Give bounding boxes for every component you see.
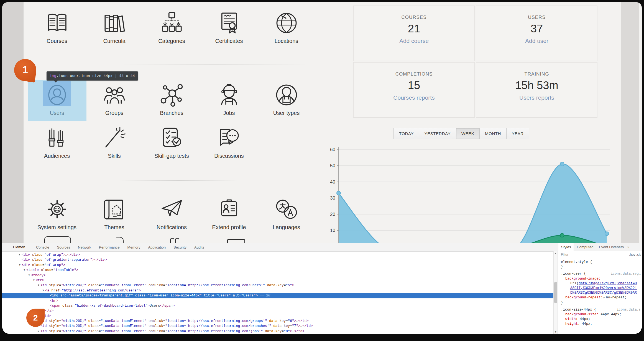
scroll-up-icon[interactable]: ▲ [554, 252, 558, 255]
devtools-code-line[interactable]: ▼<div class="ef-wrap"> [2, 263, 553, 268]
filter-button-yesterday[interactable]: YESTERDAY [419, 128, 456, 139]
devtools-code-line[interactable]: ▶<td style="width:20%;" class="iconData … [2, 319, 553, 324]
devtools-tab-performance[interactable]: Performance [95, 243, 123, 251]
tooltip-classes: .icon-user.icon-size-44px [56, 74, 113, 78]
devtools-code-line[interactable]: ▶<td style="width:20%;" class="iconData … [2, 329, 553, 334]
grid-item-themes[interactable]: Themes [86, 195, 143, 231]
tree-closed-arrow-icon[interactable]: ▶ [18, 252, 22, 257]
grid-item-skill-gap-tests[interactable]: Skill-gap tests [143, 124, 200, 159]
devtools-code-line[interactable]: </td> [2, 314, 553, 319]
code-token: = [99, 324, 101, 328]
grid-item-curricula[interactable]: Curricula [86, 9, 143, 44]
css-value[interactable]: 44px; [582, 322, 592, 326]
page-scrollbar[interactable] [621, 2, 639, 243]
devtools-code-line[interactable]: ▼<table class="iconTable"> [2, 268, 553, 273]
devtools-code-line[interactable]: ▼<a href="http://ssc.efrontlearning.com/… [2, 288, 553, 293]
devtools-code-line[interactable]: <img src="assets/images/transparent.gif"… [2, 293, 553, 298]
css-property[interactable]: background-image: [565, 277, 601, 281]
tree-open-arrow-icon[interactable]: ▼ [22, 268, 26, 273]
brace: } [561, 301, 563, 305]
css-selector[interactable]: .icon-size-44px [561, 308, 592, 312]
css-selector[interactable]: element.style [561, 260, 588, 264]
devtools-tab-network[interactable]: Network [74, 243, 95, 251]
stat-link[interactable]: Add course [399, 38, 429, 44]
devtools-tab-security[interactable]: Security [170, 243, 190, 251]
css-url-link[interactable]: data:image/svg+xml;charset=U [579, 281, 637, 285]
css-property[interactable]: background-repeat: [565, 296, 603, 299]
tree-open-arrow-icon[interactable]: ▼ [32, 278, 36, 283]
css-selector[interactable]: .icon-user [561, 272, 582, 276]
grid-item-certificates[interactable]: Certificates [200, 9, 258, 44]
tree-open-arrow-icon[interactable]: ▼ [37, 283, 40, 288]
filter-button-week[interactable]: WEEK [456, 128, 480, 139]
grid-item-system-settings[interactable]: System settings [28, 195, 86, 231]
code-token: "Users" [216, 294, 231, 298]
css-property[interactable]: height: [565, 322, 580, 326]
tree-closed-arrow-icon[interactable]: ▶ [37, 329, 40, 334]
devtools-tab-console[interactable]: Console [32, 243, 53, 251]
styles-pane-tab-styles[interactable]: Styles [558, 243, 574, 251]
stat-value: 21 [408, 22, 420, 35]
devtools-code-line[interactable]: <span class="hidden-xs ef-dashboard-icon… [2, 303, 553, 308]
code-token: "hidden-xs ef-dashboard-icon-label" [75, 304, 148, 308]
more-tabs-icon[interactable]: » [627, 245, 629, 249]
devtools-code-line[interactable]: ▶<td style="width:20%;" class="iconData … [2, 324, 553, 329]
grid-item-discussions[interactable]: Discussions [200, 124, 258, 159]
css-url-link[interactable]: ASCII,%3C%3Fxml%20version%3D%221 [570, 286, 637, 290]
devtools-code-line[interactable]: <div class="ef-gradient-separator"></div… [2, 257, 553, 262]
devtools-code-line[interactable]: ▶<div class="ef-wrap">…</div> [2, 252, 553, 257]
activity-blue-point [337, 191, 341, 195]
css-property[interactable]: background-size: [565, 312, 599, 316]
grid-item-label: Curricula [86, 38, 143, 44]
grid-item-audiences[interactable]: Audiences [28, 124, 86, 159]
devtools-code-line[interactable]: </a> [2, 308, 553, 313]
grid-item-languages[interactable]: Languages [258, 195, 315, 231]
grid-item-branches[interactable]: Branches [143, 81, 200, 116]
tree-open-arrow-icon[interactable]: ▼ [18, 263, 22, 268]
expand-arrow-icon[interactable]: ▶ [604, 296, 605, 299]
stat-link[interactable]: Add user [525, 38, 548, 44]
scroll-thumb[interactable] [554, 282, 557, 303]
css-source-link[interactable]: icons.data.svg… [611, 272, 641, 276]
devtools-code-line[interactable]: ▼<tr> [2, 278, 553, 283]
devtools-code-line[interactable]: ▼<td style="width:20%;" class="iconData … [2, 283, 553, 288]
devtools-tab-sources[interactable]: Sources [53, 243, 74, 251]
devtools-tab-audits[interactable]: Audits [190, 243, 208, 251]
grid-item-locations[interactable]: Locations [258, 9, 315, 44]
styles-pane-tab-computed[interactable]: Computed [574, 243, 596, 251]
grid-item-user-types[interactable]: User types [258, 81, 315, 116]
filter-button-today[interactable]: TODAY [393, 128, 419, 139]
tree-open-arrow-icon[interactable]: ▼ [41, 288, 45, 293]
filter-button-month[interactable]: MONTH [479, 128, 507, 139]
css-source-link[interactable]: icons.data.s [617, 308, 641, 312]
devtools-code-line[interactable]: <br> [2, 298, 553, 303]
tooltip-divider: | [115, 74, 117, 78]
styles-pane-tab-event-listeners[interactable]: Event Listeners [596, 243, 627, 251]
devtools-code-line[interactable]: ▼<tbody> [2, 273, 553, 278]
grid-item-extend-profile[interactable]: Extend profile [200, 195, 258, 231]
devtools-tab-application[interactable]: Application [144, 243, 170, 251]
css-value[interactable]: no-repeat; [606, 296, 627, 299]
devtools-scrollbar[interactable]: ▲ ▼ [553, 251, 558, 334]
grid-item-notifications[interactable]: Notifications [143, 195, 200, 231]
annotation-marker-2: 2 [26, 309, 45, 327]
css-value[interactable]: 44px 44px; [601, 312, 622, 316]
styles-filter-input[interactable]: Filter [561, 253, 629, 257]
stat-link[interactable]: Users reports [519, 94, 554, 101]
scroll-down-icon[interactable]: ▼ [554, 330, 558, 333]
grid-item-courses[interactable]: Courses [28, 9, 86, 44]
pseudo-class-toggles[interactable]: :hov .cls [629, 253, 641, 257]
devtools-tab-elemen[interactable]: Elemen... [9, 243, 32, 251]
grid-item-skills[interactable]: Skills [86, 124, 143, 159]
css-property[interactable]: width: [565, 317, 578, 321]
filter-button-year[interactable]: YEAR [506, 128, 529, 139]
tooltip-tag: img [50, 74, 56, 78]
css-value[interactable]: 44px; [580, 317, 591, 321]
tree-open-arrow-icon[interactable]: ▼ [27, 273, 31, 278]
grid-item-jobs[interactable]: Jobs [200, 81, 258, 116]
grid-item-categories[interactable]: Categories [143, 9, 200, 44]
stat-link[interactable]: Courses reports [393, 94, 435, 101]
grid-item-groups[interactable]: Groups [86, 81, 143, 116]
devtools-tab-memory[interactable]: Memory [123, 243, 144, 251]
css-url-link[interactable]: D%0A%3Cg%3E%0D%0A%3C/g%3E%0D%0A% [570, 291, 637, 295]
